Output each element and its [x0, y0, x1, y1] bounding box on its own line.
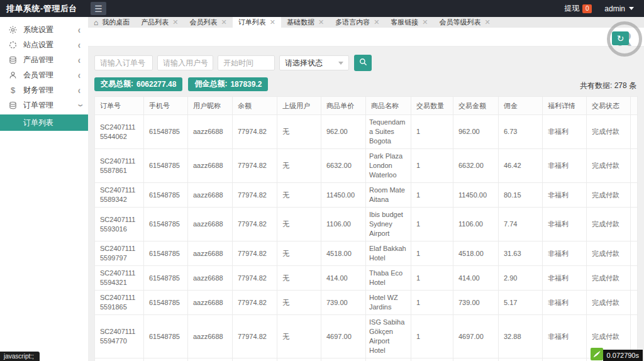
content-area: 请选择状态 交易总额: 6062277.48 佣金总额: 187839.2 共有…: [88, 28, 644, 361]
sidebar-item-order-management[interactable]: 订单管理 ‹: [0, 97, 88, 113]
chevron-down-icon: [629, 7, 634, 10]
sidebar-item-member-management[interactable]: 会员管理 ‹: [0, 67, 88, 82]
trade-total-badge: 交易总额: 6062277.48: [94, 77, 182, 91]
stats-row: 交易总额: 6062277.48 佣金总额: 187839.2 共有数据: 27…: [94, 77, 638, 91]
cell-parent-user: 无: [277, 358, 321, 361]
cell-status: 完成付款: [587, 208, 631, 242]
cell-parent-user: 无: [277, 149, 321, 183]
table-row: SC24071115591865 61548785 aazz6688 77974…: [95, 291, 638, 315]
cell-unit-price: 4518.00: [321, 242, 366, 266]
tab-product-list[interactable]: 产品列表 ✕: [135, 17, 184, 28]
cell-clipped: [631, 291, 638, 315]
cell-nickname: aazz6688: [188, 208, 233, 242]
sidebar-item-finance-management[interactable]: $ 财务管理 ‹: [0, 82, 88, 97]
withdraw-label: 提现: [564, 3, 579, 14]
table-row: SC24071115597584 61548785 aazz6688 77974…: [95, 358, 638, 361]
table-header-row: 订单号手机号用户昵称余额上级用户商品单价商品名称交易数量交易金额佣金福利详情交易…: [95, 97, 638, 115]
cell-parent-user: 无: [277, 291, 321, 315]
sidebar: 系统设置 ‹ 站点设置 ‹ 产品管理 ‹ 会员管理 ‹ $ 财务管理: [0, 17, 88, 361]
record-count-label: 共有数据:: [580, 81, 612, 90]
chevron-left-icon: ‹: [78, 40, 80, 50]
sidebar-item-site-settings[interactable]: 站点设置 ‹: [0, 37, 88, 52]
home-icon: ⌂: [94, 18, 98, 27]
cell-phone: 61548785: [144, 358, 188, 361]
user-no-input[interactable]: [157, 55, 213, 70]
cell-status: 完成付款: [587, 115, 631, 149]
close-icon[interactable]: ✕: [485, 18, 491, 26]
cell-product-name: Room Mate Aitana: [366, 183, 411, 208]
cell-quantity: 1: [411, 149, 453, 183]
hamburger-icon: ☰: [94, 4, 103, 14]
tab-member-list[interactable]: 会员列表 ✕: [184, 17, 232, 28]
tab-label: 产品列表: [141, 18, 169, 27]
table-row: SC24071115544062 61548785 aazz6688 77974…: [95, 115, 638, 149]
gear-icon: [8, 26, 18, 34]
sidebar-item-label: 站点设置: [23, 40, 78, 50]
cell-clipped: [631, 242, 638, 266]
refresh-button[interactable]: ↻: [612, 31, 629, 45]
column-header: 商品单价: [321, 97, 366, 115]
sidebar-item-product-management[interactable]: 产品管理 ‹: [0, 52, 88, 67]
close-icon[interactable]: ✕: [374, 18, 379, 26]
cell-product-name: Thaba Eco Hotel: [366, 266, 411, 291]
tab-multilanguage-content[interactable]: 多语言内容 ✕: [330, 17, 385, 28]
cell-order-no: SC24071115544062: [95, 115, 144, 149]
tab-my-desktop[interactable]: ⌂ 我的桌面: [88, 17, 135, 28]
cell-amount: 4697.00: [453, 315, 499, 358]
column-header: 余额: [233, 97, 277, 115]
cell-product-name: ISG Sabiha Gökçen Airport Hotel: [366, 315, 411, 358]
cell-phone: 61548785: [144, 315, 188, 358]
cell-balance: 77974.82: [233, 315, 277, 358]
commission-total-label: 佣金总额:: [194, 79, 227, 89]
cell-welfare: 非福利: [543, 115, 587, 149]
cell-quantity: 1: [411, 115, 453, 149]
close-icon[interactable]: ✕: [172, 18, 178, 26]
cell-status: 完成付款: [587, 266, 631, 291]
status-select[interactable]: 请选择状态: [279, 55, 349, 70]
cell-order-no: SC24071115589342: [95, 183, 144, 208]
cell-status: 完成付款: [587, 291, 631, 315]
dollar-icon: $: [8, 86, 18, 95]
close-icon[interactable]: ✕: [221, 18, 226, 26]
tab-basic-data[interactable]: 基础数据 ✕: [281, 17, 330, 28]
chevron-left-icon: ‹: [78, 25, 80, 35]
table-row: SC24071115594321 61548785 aazz6688 77974…: [95, 266, 638, 291]
tab-member-level-list[interactable]: 会员等级列表 ✕: [434, 17, 496, 28]
cell-quantity: 1: [411, 183, 453, 208]
cell-commission: 31.63: [499, 242, 543, 266]
sidebar-item-order-list[interactable]: 订单列表: [0, 114, 88, 131]
cell-parent-user: 无: [277, 183, 321, 208]
cell-amount: 4518.00: [453, 242, 499, 266]
cell-nickname: aazz6688: [188, 183, 233, 208]
tab-service-link[interactable]: 客服链接 ✕: [385, 17, 433, 28]
cell-balance: 77974.82: [233, 242, 277, 266]
cell-welfare: 非福利: [543, 242, 587, 266]
sidebar-toggle-button[interactable]: ☰: [91, 2, 106, 15]
sidebar-item-system-settings[interactable]: 系统设置 ‹: [0, 22, 88, 37]
cell-parent-user: 无: [277, 266, 321, 291]
column-header: 交易数量: [411, 97, 453, 115]
tab-label: 会员等级列表: [440, 18, 481, 27]
user-menu[interactable]: admin: [604, 4, 634, 13]
close-icon[interactable]: ✕: [422, 18, 428, 26]
cell-commission: 2.90: [499, 266, 543, 291]
column-header: 交易状态: [587, 97, 631, 115]
table-row: SC24071115587861 61548785 aazz6688 77974…: [95, 149, 638, 183]
cell-welfare: 非福利: [543, 315, 587, 358]
render-time-badge: 0.072790s: [603, 350, 643, 361]
table-row: SC24071115594770 61548785 aazz6688 77974…: [95, 315, 638, 358]
order-no-input[interactable]: [94, 55, 153, 70]
cell-welfare: 非福利: [543, 208, 587, 242]
withdraw-menu[interactable]: 提现 0: [564, 3, 592, 14]
cell-balance: 77974.82: [233, 183, 277, 208]
start-time-input[interactable]: [218, 55, 275, 70]
search-button[interactable]: [354, 55, 372, 71]
cell-amount: 6632.00: [453, 149, 499, 183]
tab-order-list[interactable]: 订单列表 ✕: [233, 17, 281, 28]
close-icon[interactable]: ✕: [270, 18, 275, 26]
cell-order-no: SC24071115591865: [95, 291, 144, 315]
close-icon[interactable]: ✕: [318, 18, 324, 26]
cell-commission: 7.74: [499, 208, 543, 242]
app-title: 排单系统-管理后台: [0, 3, 87, 14]
tab-label: 会员列表: [189, 18, 217, 27]
